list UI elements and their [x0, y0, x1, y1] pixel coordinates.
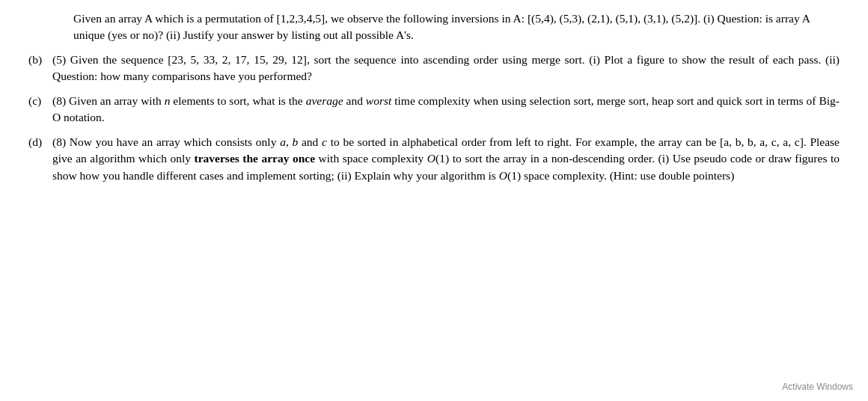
- question-c-text: (8) Given an array with n elements to so…: [52, 93, 840, 126]
- page-container: Given an array A which is a permutation …: [0, 0, 868, 401]
- question-b: (b) (5) Given the sequence [23, 5, 33, 2…: [28, 52, 840, 85]
- activate-windows-text: Activate Windows: [782, 381, 853, 394]
- intro-text: Given an array A which is a permutation …: [73, 10, 840, 44]
- question-b-text: (5) Given the sequence [23, 5, 33, 2, 17…: [52, 52, 840, 85]
- question-d-text: (8) Now you have an array which consists…: [52, 134, 840, 184]
- question-d: (d) (8) Now you have an array which cons…: [28, 134, 840, 184]
- question-c-content: (8) Given an array with n elements to so…: [52, 93, 840, 126]
- question-d-label: (d): [28, 134, 52, 150]
- question-c-label: (c): [28, 93, 52, 109]
- question-d-content: (8) Now you have an array which consists…: [52, 134, 840, 184]
- question-b-label: (b): [28, 52, 52, 68]
- intro-block: Given an array A which is a permutation …: [73, 10, 840, 44]
- question-c: (c) (8) Given an array with n elements t…: [28, 93, 840, 126]
- question-b-content: (5) Given the sequence [23, 5, 33, 2, 17…: [52, 52, 840, 85]
